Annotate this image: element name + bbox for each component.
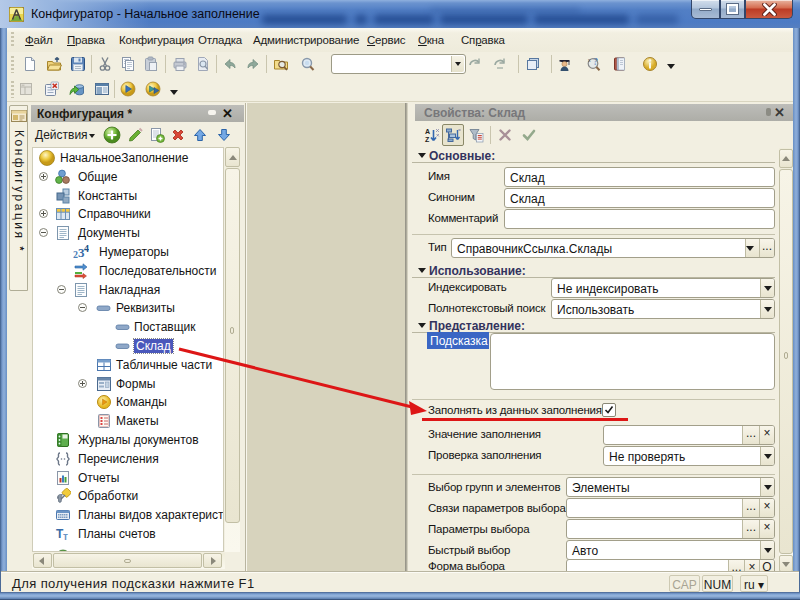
svg-text:Z: Z bbox=[425, 136, 430, 143]
svg-text:4: 4 bbox=[84, 244, 89, 254]
svg-text:т: т bbox=[63, 531, 68, 542]
svg-text:А: А bbox=[425, 128, 430, 135]
